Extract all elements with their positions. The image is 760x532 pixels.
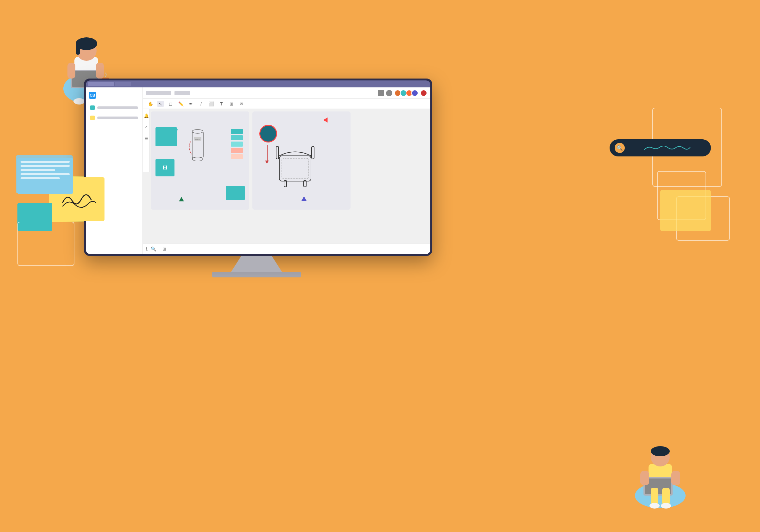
line-tool[interactable]: / <box>198 101 204 107</box>
deco-outline-rect-1 <box>18 222 74 266</box>
svg-point-34 <box>661 503 671 508</box>
monitor: CB 🔔 <box>84 78 429 275</box>
svg-rect-31 <box>651 488 658 505</box>
monitor-bezel: CB 🔔 <box>86 80 430 254</box>
canvas-area[interactable]: ✓ BRAND <box>143 109 430 243</box>
line3 <box>21 169 55 171</box>
sidebar-dot-2 <box>90 116 95 120</box>
check-icon[interactable]: ✓ <box>143 123 150 130</box>
roll-sketch: BRAND <box>189 129 207 161</box>
app-toolbar <box>143 87 430 99</box>
accessories-pouch-sticky <box>156 127 177 146</box>
toolbar-breadcrumb2 <box>174 91 190 95</box>
avatar-group <box>394 90 418 97</box>
person2-illustration <box>624 426 697 514</box>
svg-rect-7 <box>68 63 75 78</box>
titlebar-tab2 <box>115 82 131 86</box>
select-tool[interactable]: ↖ <box>157 101 164 107</box>
line2 <box>21 165 70 167</box>
check-mark: ✓ <box>174 128 179 134</box>
svg-rect-22 <box>282 158 309 178</box>
erase-tool[interactable]: ◻ <box>167 101 174 107</box>
color-chips <box>231 129 243 159</box>
monitor-stand <box>231 256 282 272</box>
search-bar-decoration: 🔍 <box>610 139 711 157</box>
panel-personalize: ✓ BRAND <box>151 112 249 210</box>
canvas-statusbar: ℹ 🔍 ⊞ <box>143 243 430 254</box>
avatar-4 <box>411 90 418 97</box>
sidebar-dot-1 <box>90 106 95 110</box>
table-tool[interactable]: ⊞ <box>228 101 235 107</box>
jessica-cursor <box>323 116 330 122</box>
monitor-body: CB 🔔 <box>84 78 432 256</box>
monitor-base <box>212 272 301 277</box>
svg-point-13 <box>192 129 203 133</box>
bag-sketch <box>270 146 320 187</box>
svg-rect-29 <box>640 471 649 485</box>
more-tool[interactable]: ✉ <box>238 101 245 107</box>
red-arrow-head <box>265 161 269 164</box>
top-part-box <box>260 125 277 142</box>
tool-row: ✋ ↖ ◻ ✏️ ✒ / ⬜ T ⊞ ✉ <box>143 99 430 109</box>
blue-lined-sticky <box>18 158 73 194</box>
titlebar-tab1 <box>88 82 114 86</box>
ben-cursor <box>179 197 184 201</box>
toolbar-icon-1[interactable] <box>378 90 384 96</box>
deco-yellow-rect-2 <box>660 190 711 231</box>
app-chrome: CB 🔔 <box>86 87 430 254</box>
line5 <box>21 177 60 179</box>
sidebar-label-2 <box>97 117 138 119</box>
svg-rect-8 <box>96 63 104 78</box>
svg-rect-4 <box>76 44 80 55</box>
shape-tool[interactable]: ⬜ <box>208 101 214 107</box>
svg-point-14 <box>192 157 203 161</box>
app-main: 🔔 ✓ ☰ <box>143 87 430 254</box>
pencil-tool[interactable]: ✒ <box>188 101 194 107</box>
app-sidebar: CB <box>86 87 143 254</box>
avatar-5 <box>420 90 427 97</box>
svg-rect-19 <box>311 146 314 159</box>
svg-rect-17 <box>279 156 311 181</box>
sidebar-label-1 <box>97 106 138 109</box>
svg-point-33 <box>649 503 660 508</box>
george-cursor <box>302 196 307 201</box>
svg-rect-12 <box>192 130 203 159</box>
svg-text:BRAND: BRAND <box>195 138 200 140</box>
sidebar-logo: CB <box>89 92 139 99</box>
line4 <box>21 173 70 175</box>
line1 <box>21 161 70 163</box>
svg-point-26 <box>651 446 670 456</box>
monitor-titlebar <box>86 80 430 87</box>
svg-point-9 <box>73 98 85 105</box>
toolbar-icon-2[interactable] <box>386 90 392 96</box>
svg-rect-32 <box>662 488 670 505</box>
svg-rect-30 <box>671 471 680 485</box>
red-arrow-line <box>267 145 267 161</box>
text-tool[interactable]: T <box>218 101 224 107</box>
image-sticky: 🖼 <box>156 159 174 176</box>
statusbar-help-icon[interactable]: ℹ <box>146 246 148 251</box>
recycled-polyester-sticky <box>226 186 245 200</box>
statusbar-zoom-icon[interactable]: 🔍 <box>151 246 156 251</box>
pen-tool[interactable]: ✏️ <box>178 101 184 107</box>
toolbar-breadcrumb <box>146 91 171 95</box>
vertical-icon-strip: 🔔 ✓ ☰ <box>143 109 150 172</box>
hand-tool[interactable]: ✋ <box>147 101 154 107</box>
logo-icon: CB <box>89 92 96 99</box>
bell-icon[interactable]: 🔔 <box>143 112 150 119</box>
panel-collaborate <box>252 112 351 210</box>
sidebar-item-1[interactable] <box>89 104 139 112</box>
statusbar-grid-icon[interactable]: ⊞ <box>163 246 166 251</box>
toolbar-right <box>378 90 427 97</box>
search-squiggle <box>628 145 706 151</box>
sidebar-item-2[interactable] <box>89 114 139 121</box>
list-icon[interactable]: ☰ <box>143 135 150 142</box>
svg-rect-18 <box>276 146 279 159</box>
search-icon: 🔍 <box>615 143 625 153</box>
